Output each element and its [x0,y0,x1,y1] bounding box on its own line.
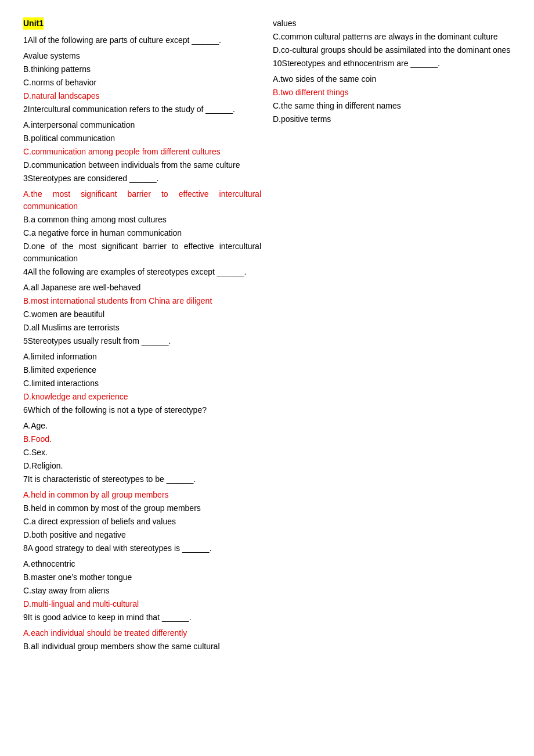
unit-title: Unit1 [23,17,44,30]
question-10: 10Stereotypes and ethnocentrism are ____… [273,57,511,70]
answer-2d: D.communication between individuals from… [23,159,261,171]
question-8: 8A good strategy to deal with stereotype… [23,542,261,555]
question-9: 9It is good advice to keep in mind that … [23,611,261,624]
answer-3a: A.the most significant barrier to effect… [23,188,261,213]
answer-4c: C.women are beautiful [23,308,261,321]
answer-6d: D.Religion. [23,460,261,472]
answer-4d: D.all Muslims are terrorists [23,322,261,334]
answer-2b: B.political communication [23,132,261,145]
right-column: values C.common cultural patterns are al… [273,17,511,654]
answer-5c: C.limited interactions [23,377,261,390]
answer-9a: A.each individual should be treated diff… [23,627,261,639]
answer-7c: C.a direct expression of beliefs and val… [23,516,261,528]
answer-2a: A.interpersonal communication [23,119,261,131]
answer-10a: A.two sides of the same coin [273,73,511,85]
left-column: Unit1 1All of the following are parts of… [23,17,261,654]
question-1: 1All of the following are parts of cultu… [23,34,261,46]
answer-10c: C.the same thing in different names [273,100,511,112]
question-6: 6Which of the following is not a type of… [23,404,261,416]
question-4: 4All the following are examples of stere… [23,266,261,278]
answer-6a: A.Age. [23,420,261,432]
answer-6c: C.Sex. [23,447,261,459]
answer-3c: C.a negative force in human communicatio… [23,227,261,239]
answer-9b: B.all individual group members show the … [23,640,261,653]
answer-1b: B.thinking patterns [23,63,261,75]
answer-6b: B.Food. [23,433,261,445]
answer-8a: A.ethnocentric [23,558,261,570]
question-3: 3Stereotypes are considered ______. [23,172,261,185]
question-2: 2Intercultural communication refers to t… [23,103,261,116]
answer-5b: B.limited experience [23,364,261,376]
answer-10b: B.two different things [273,87,511,99]
answer-7a: A.held in common by all group members [23,489,261,501]
answer-2c: C.communication among people from differ… [23,146,261,158]
answer-8d: D.multi-lingual and multi-cultural [23,598,261,610]
answer-3d: D.one of the most significant barrier to… [23,240,261,265]
answer-1d: D.natural landscapes [23,90,261,102]
answer-3b: B.a common thing among most cultures [23,214,261,226]
page: Unit1 1All of the following are parts of… [23,17,511,654]
answer-8b: B.master one’s mother tongue [23,571,261,584]
answer-10d: D.positive terms [273,113,511,125]
question-7: 7It is characteristic of stereotypes to … [23,473,261,485]
question-5: 5Stereotypes usually result from ______. [23,335,261,347]
answer-7b: B.held in common by most of the group me… [23,502,261,514]
answer-4b: B.most international students from China… [23,295,261,307]
answer-1c: C.norms of behavior [23,77,261,89]
answer-1a: Avalue systems [23,50,261,62]
right-continuation-d: D.co-cultural groups should be assimilat… [273,44,511,56]
answer-5d: D.knowledge and experience [23,391,261,403]
answer-8c: C.stay away from aliens [23,585,261,597]
answer-4a: A.all Japanese are well-behaved [23,282,261,294]
right-continuation-c: C.common cultural patterns are always in… [273,31,511,43]
answer-7d: D.both positive and negative [23,529,261,541]
right-continuation-values: values [273,17,511,30]
answer-5a: A.limited information [23,351,261,363]
